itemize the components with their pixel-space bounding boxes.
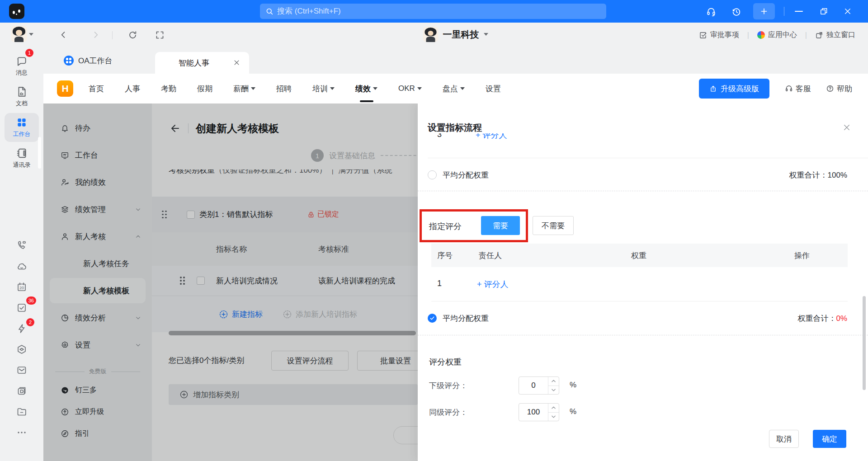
forward-icon[interactable] (91, 30, 100, 39)
caret-down-icon (251, 87, 255, 90)
todo-icon[interactable]: 36 (5, 297, 39, 318)
stepper-down-icon[interactable] (548, 412, 559, 421)
rater-table: 序号 责任人 权重 操作 1 + 评分人 (431, 244, 848, 301)
set-indicator-flow-panel: 设置指标流程 3 + 评分人 平均分配权重 权重合计：100% 指定评分 需要 … (418, 103, 868, 461)
smart-hr-logo: H (57, 80, 73, 97)
panel-close-icon[interactable] (843, 123, 851, 132)
field-label: 同级评分： (429, 407, 467, 418)
back-icon[interactable] (59, 30, 68, 39)
service-label: 客服 (796, 84, 811, 94)
grid-icon (16, 117, 28, 128)
folder-icon[interactable] (5, 401, 39, 422)
stepper-down-icon[interactable] (548, 386, 559, 395)
row-seq: 1 (437, 279, 442, 288)
flash-icon[interactable]: 2 (5, 318, 39, 339)
avg-weight-row-top: 平均分配权重 权重合计：100% (428, 168, 847, 182)
standalone-window-link[interactable]: 独立窗口 (815, 30, 855, 40)
nav-attendance[interactable]: 考勤 (161, 74, 176, 103)
subordinate-score-field: 下级评分： % (418, 376, 868, 395)
app-center-link[interactable]: 应用中心 (757, 30, 797, 40)
tab-close-icon[interactable] (233, 59, 240, 66)
headset-icon[interactable] (706, 7, 716, 17)
nav-settings[interactable]: 设置 (486, 74, 501, 103)
calendar-icon[interactable]: 20 (5, 277, 39, 297)
org-switcher[interactable]: 一里科技 (423, 27, 489, 42)
approval-items-link[interactable]: 审批事项 (699, 30, 739, 40)
nav-leave[interactable]: 假期 (197, 74, 212, 103)
upgrade-button[interactable]: 升级高级版 (699, 79, 769, 99)
avatar-caret-icon[interactable] (29, 33, 33, 36)
browser-toolbar: 一里科技 审批事项 | 应用中心 | 独立窗口 (43, 23, 868, 47)
more-icon[interactable] (5, 422, 39, 443)
workbench-grid-icon (64, 56, 74, 66)
radio-unchecked-icon[interactable] (428, 170, 437, 179)
nav-recruit[interactable]: 招聘 (276, 74, 292, 103)
rail-scrollbar[interactable] (38, 137, 41, 169)
link-separator: | (747, 31, 749, 39)
refresh-icon[interactable] (128, 30, 137, 40)
history-icon[interactable] (731, 7, 741, 17)
projects-icon[interactable] (5, 339, 39, 360)
search-input[interactable] (277, 7, 601, 16)
cancel-button[interactable]: 取消 (769, 430, 799, 448)
radio-checked-icon[interactable] (428, 314, 437, 323)
stepper-up-icon[interactable] (548, 377, 559, 386)
confirm-button[interactable]: 确定 (813, 430, 846, 448)
flash-badge: 2 (26, 318, 34, 326)
toolbar-separator (112, 31, 113, 39)
new-chat-button[interactable] (753, 3, 775, 19)
rater-table-header: 序号 责任人 权重 操作 (431, 244, 848, 267)
number-input[interactable] (519, 404, 548, 421)
tab-oa-workbench[interactable]: OA工作台 (64, 47, 113, 74)
tab-smart-hr[interactable]: 智能人事 (155, 52, 249, 74)
ding-docs-icon[interactable] (5, 381, 39, 401)
service-link[interactable]: 客服 (785, 74, 811, 103)
no-need-toggle-button[interactable]: 不需要 (533, 216, 574, 235)
help-label: 帮助 (837, 84, 852, 94)
phone-icon[interactable] (5, 235, 39, 256)
add-rater-link[interactable]: + 评分人 (477, 279, 509, 290)
rail-label: 消息 (16, 69, 28, 77)
subordinate-score-input (519, 376, 559, 395)
caret-down-icon (330, 87, 335, 90)
close-icon[interactable] (844, 7, 852, 15)
nav-training[interactable]: 培训 (312, 74, 335, 103)
rail-label: 文档 (16, 99, 28, 108)
field-label: 下级评分： (429, 381, 467, 391)
rail-item-contacts[interactable]: 通讯录 (5, 143, 39, 174)
scan-icon[interactable] (155, 30, 165, 40)
cloud-icon[interactable] (5, 256, 39, 277)
rail-item-messages[interactable]: 1 消息 (5, 51, 39, 81)
add-rater-link[interactable]: + 评分人 (476, 133, 507, 141)
avg-weight-label: 平均分配权重 (443, 313, 489, 324)
nav-hr[interactable]: 人事 (125, 74, 140, 103)
rail-item-workbench[interactable]: 工作台 (5, 113, 39, 142)
number-input[interactable] (519, 377, 548, 394)
dingtalk-window: 1 消息 文档 工作台 通讯录 (0, 0, 868, 461)
minimize-icon[interactable] (795, 10, 803, 12)
nav-okr[interactable]: OKR (398, 74, 422, 103)
need-toggle-button[interactable]: 需要 (481, 216, 520, 235)
org-avatar (423, 27, 439, 42)
stepper-up-icon[interactable] (548, 404, 559, 412)
panel-scrollbar[interactable] (863, 296, 866, 390)
percent-unit: % (570, 381, 576, 390)
contacts-icon (16, 147, 28, 159)
number-stepper (548, 404, 559, 421)
nav-inventory[interactable]: 盘点 (443, 74, 465, 103)
help-icon (826, 85, 834, 93)
app-navbar: H 首页 人事 考勤 假期 薪酬 招聘 培训 绩效 OKR 盘点 设置 升级高级… (43, 74, 868, 103)
user-avatar[interactable] (11, 26, 27, 42)
global-search[interactable] (260, 4, 606, 19)
dashed-divider (418, 191, 868, 191)
peer-score-input (519, 403, 559, 421)
nav-performance[interactable]: 绩效 (355, 74, 377, 103)
rail-item-docs[interactable]: 文档 (5, 81, 39, 112)
help-link[interactable]: 帮助 (826, 74, 852, 103)
nav-salary[interactable]: 薪酬 (233, 74, 255, 103)
link-separator: | (805, 31, 807, 39)
row-seq: 3 (437, 133, 442, 139)
restore-icon[interactable] (819, 7, 828, 16)
nav-home[interactable]: 首页 (89, 74, 104, 103)
mail-icon[interactable] (5, 360, 39, 381)
